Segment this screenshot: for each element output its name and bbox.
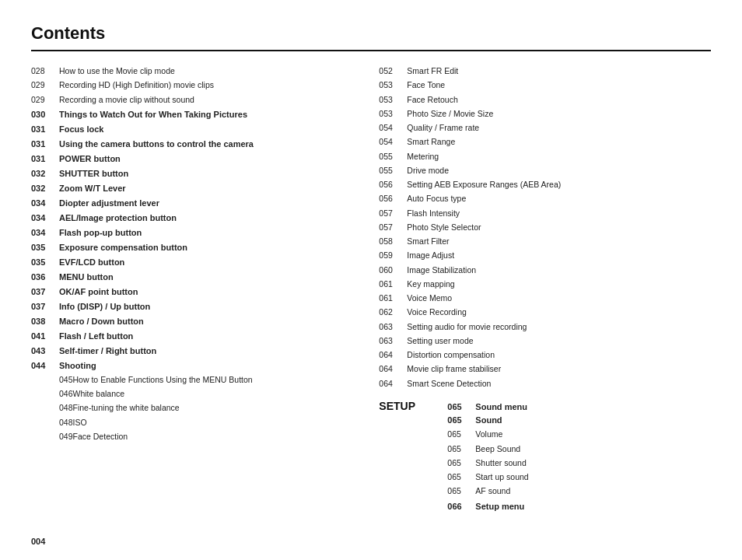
setup-section-label: SETUP [379, 400, 441, 412]
list-item: 057Flash Intensity [379, 208, 711, 220]
toc-entry-text: Smart Range [407, 136, 455, 149]
toc-entry-text: Shooting [59, 359, 96, 373]
toc-entry-text: OK/AF point button [59, 285, 138, 299]
toc-entry-text: Setup menu [475, 500, 524, 513]
toc-entry-text: Setting AEB Exposure Ranges (AEB Area) [407, 179, 561, 191]
toc-page-num: 053 [379, 94, 407, 107]
toc-page-num: 034 [31, 197, 59, 210]
list-item: 046White balance [31, 388, 355, 401]
toc-page-num: 053 [379, 108, 407, 121]
toc-entry-text: Sound menu [475, 402, 527, 411]
list-item: 053Photo Size / Movie Size [379, 108, 711, 121]
page-title: Contents [31, 23, 711, 51]
toc-entry-text: SHUTTER button [59, 167, 128, 180]
list-item: 049Face Detection [31, 431, 355, 443]
toc-entry-text: Smart Filter [407, 236, 449, 248]
toc-entry-text: Face Tone [407, 79, 445, 92]
toc-entry-text: Zoom W/T Lever [59, 182, 126, 195]
toc-page-num: 054 [379, 122, 407, 135]
toc-entry-text: Start up sound [475, 471, 528, 484]
toc-page-num: 044 [31, 359, 59, 373]
list-item: 065Start up sound [379, 471, 711, 484]
toc-entry-text: Key mapping [407, 278, 454, 291]
list-item: 034Diopter adjustment lever [31, 197, 355, 210]
list-item: 031Using the camera buttons to control t… [31, 138, 355, 151]
list-item: 056Setting AEB Exposure Ranges (AEB Area… [379, 179, 711, 191]
list-item: 054Smart Range [379, 136, 711, 149]
toc-entry-text: Face Detection [73, 431, 128, 443]
toc-entry-text: Beep Sound [475, 443, 520, 456]
toc-entry-text: Flash Intensity [407, 208, 460, 220]
toc-page-num: 048 [59, 417, 73, 429]
list-item: 034Flash pop-up button [31, 226, 355, 240]
toc-entry-text: Shutter sound [475, 457, 526, 470]
toc-page-num: 061 [379, 292, 407, 305]
toc-page-num: 037 [31, 285, 59, 299]
toc-page-num: 063 [379, 321, 407, 334]
toc-entry-text: Macro / Down button [59, 315, 144, 328]
list-item: 052Smart FR Edit [379, 65, 711, 78]
toc-page-num: 038 [31, 315, 59, 328]
list-item: 064Smart Scene Detection [379, 378, 711, 390]
list-item: 065Shutter sound [379, 457, 711, 470]
toc-page-num: 064 [379, 378, 407, 390]
list-item: 032SHUTTER button [31, 167, 355, 180]
toc-entry-text: Face Retouch [407, 94, 457, 107]
toc-entry-text: EVF/LCD button [59, 256, 124, 269]
list-item: 057Photo Style Selector [379, 222, 711, 234]
toc-page-num: 056 [379, 179, 407, 191]
toc-entry-text: AF sound [475, 485, 510, 498]
list-item: 048Fine-tuning the white balance [31, 402, 355, 415]
toc-entry-text: Image Stabilization [407, 264, 476, 277]
toc-page-num: 065 [447, 443, 475, 456]
toc-page-num: 055 [379, 165, 407, 177]
toc-entry-text: Setting user mode [407, 335, 473, 348]
toc-entry-text: Movie clip frame stabiliser [407, 363, 501, 376]
list-item: 065AF sound [379, 485, 711, 498]
toc-page-num: 031 [31, 123, 59, 136]
list-item: 060Image Stabilization [379, 264, 711, 277]
toc-page-num: 062 [379, 306, 407, 319]
list-item: 044Shooting [31, 359, 355, 373]
toc-page-num: 056 [379, 193, 407, 205]
toc-page-num: 046 [59, 388, 73, 401]
list-item: 045How to Enable Functions Using the MEN… [31, 374, 355, 387]
list-item: 035Exposure compensation button [31, 241, 355, 254]
toc-entry-text: ISO [73, 417, 87, 429]
toc-entry-text: Smart FR Edit [407, 65, 458, 78]
list-item: 054Quality / Frame rate [379, 122, 711, 135]
toc-entry-text: How to Enable Functions Using the MENU B… [73, 374, 253, 387]
toc-page-num: 054 [379, 136, 407, 149]
page-number: 004 [31, 537, 45, 546]
toc-page-num: 030 [31, 108, 59, 121]
toc-page-num: 066 [447, 500, 475, 513]
list-item: 065Beep Sound [379, 443, 711, 456]
toc-entry-text: Quality / Frame rate [407, 122, 479, 135]
list-item: 037Info (DISP) / Up button [31, 300, 355, 313]
list-item: 055Metering [379, 151, 711, 163]
toc-page-num: 041 [31, 330, 59, 343]
toc-entry-text: Recording a movie clip without sound [59, 94, 194, 107]
toc-page-num: 065 [447, 457, 475, 470]
toc-page-num: 065 [447, 485, 475, 498]
toc-entry-text: Fine-tuning the white balance [73, 402, 180, 415]
toc-page-num: 035 [31, 256, 59, 269]
toc-entry-text: Self-timer / Right button [59, 345, 156, 358]
toc-entry-text: Voice Recording [407, 306, 466, 319]
right-column: 052Smart FR Edit053Face Tone053Face Reto… [371, 65, 711, 515]
toc-entry-text: Sound [475, 414, 502, 427]
toc-entry-text: Info (DISP) / Up button [59, 300, 150, 313]
toc-page-num: 043 [31, 345, 59, 358]
toc-entry-text: Auto Focus type [407, 193, 466, 205]
toc-entry-text: Recording HD (High Definition) movie cli… [59, 79, 214, 92]
list-item: 034AEL/Image protection button [31, 212, 355, 225]
list-item: 053Face Retouch [379, 94, 711, 107]
list-item: 029Recording HD (High Definition) movie … [31, 79, 355, 92]
toc-entry-text: Volume [475, 429, 502, 441]
toc-page-num: 059 [379, 250, 407, 262]
toc-page-num: 058 [379, 236, 407, 248]
toc-page-num: 060 [379, 264, 407, 277]
toc-page-num: 064 [379, 349, 407, 362]
toc-page-num: 063 [379, 335, 407, 348]
list-item: 059Image Adjust [379, 250, 711, 262]
